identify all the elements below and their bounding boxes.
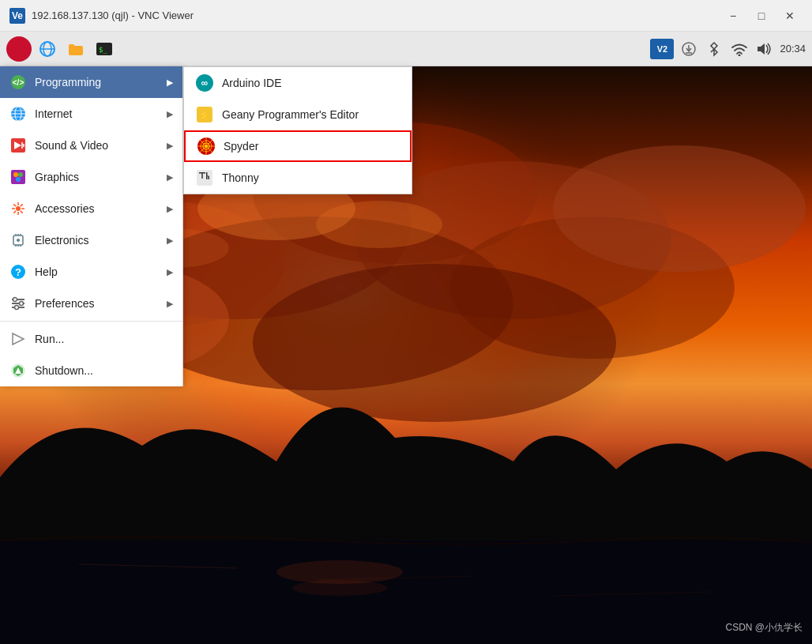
svg-point-62 (15, 306, 19, 310)
svg-point-21 (253, 264, 616, 422)
menu-item-run[interactable]: Run... (0, 323, 182, 355)
menu-label-preferences: Preferences (35, 297, 94, 310)
clock: 20:34 (780, 43, 806, 55)
menu-arrow-preferences: ▶ (167, 299, 173, 309)
shutdown-icon (9, 362, 27, 379)
menu-item-graphics[interactable]: Graphics ▶ (0, 161, 182, 193)
folder-taskbar-icon[interactable] (63, 36, 88, 62)
svg-text:?: ? (15, 266, 21, 278)
svg-point-43 (13, 172, 18, 177)
programming-submenu: ∞ Arduino IDE ⚡ Geany Programmer's Edito… (183, 66, 412, 194)
run-icon (9, 330, 27, 348)
download-tray-icon[interactable] (679, 39, 699, 59)
submenu-label-spyder: Spyder (224, 140, 258, 153)
svg-point-23 (316, 201, 442, 248)
submenu-item-geany[interactable]: ⚡ Geany Programmer's Editor (184, 99, 412, 130)
sound-video-icon (9, 137, 27, 154)
internet-icon (9, 105, 27, 122)
submenu-label-geany: Geany Programmer's Editor (222, 108, 359, 121)
menu-arrow-electronics: ▶ (167, 235, 173, 246)
menu-item-preferences[interactable]: Preferences ▶ (0, 288, 182, 319)
menu-item-internet[interactable]: Internet ▶ (0, 98, 182, 130)
menu-item-shutdown[interactable]: Shutdown... (0, 355, 182, 386)
svg-point-9 (739, 54, 741, 56)
svg-rect-79 (201, 172, 203, 179)
submenu-label-arduino: Arduino IDE (222, 77, 281, 89)
help-icon: ? (9, 263, 27, 281)
volume-tray-icon[interactable] (754, 39, 775, 59)
menu-arrow-programming: ▶ (167, 77, 173, 88)
taskbar-right: V2 (650, 39, 806, 59)
menu-label-electronics: Electronics (35, 234, 88, 247)
geany-icon: ⚡ (195, 105, 214, 124)
menu-label-internet: Internet (35, 107, 72, 120)
menu-label-help: Help (35, 266, 58, 278)
menu-item-programming[interactable]: </> Programming ▶ (0, 66, 182, 98)
svg-point-30 (292, 580, 387, 596)
menu-item-help[interactable]: ? Help ▶ (0, 256, 182, 288)
svg-point-45 (16, 177, 21, 182)
titlebar: Ve 192.168.137.130 (qjl) - VNC Viewer − … (0, 0, 812, 32)
menu-item-electronics[interactable]: Electronics ▶ (0, 224, 182, 256)
window-controls: − □ ✕ (720, 5, 803, 27)
wifi-tray-icon[interactable] (729, 39, 750, 59)
svg-text:$_: $_ (99, 46, 107, 54)
submenu-item-arduino[interactable]: ∞ Arduino IDE (184, 67, 412, 99)
svg-text:</>: </> (13, 78, 24, 87)
left-menu: </> Programming ▶ Internet ▶ (0, 66, 183, 386)
preferences-icon (9, 295, 27, 312)
graphics-icon (9, 168, 27, 186)
svg-marker-10 (757, 43, 765, 55)
submenu-item-thonny[interactable]: Thonny (184, 162, 412, 194)
maximize-button[interactable]: □ (749, 5, 774, 27)
menu-arrow-graphics: ▶ (167, 172, 173, 183)
thonny-icon (195, 168, 214, 187)
raspi-menu-button[interactable] (6, 36, 32, 62)
menu-label-graphics: Graphics (35, 171, 79, 183)
globe-taskbar-icon[interactable] (35, 36, 60, 62)
svg-point-76 (205, 145, 208, 148)
svg-point-44 (18, 172, 23, 177)
menu-item-accessories[interactable]: Accessories ▶ (0, 193, 182, 224)
menu-label-run: Run... (35, 333, 64, 345)
menu-item-sound-video[interactable]: Sound & Video ▶ (0, 130, 182, 161)
svg-point-46 (16, 206, 21, 211)
svg-text:⚡: ⚡ (198, 108, 212, 122)
submenu-label-thonny: Thonny (222, 171, 259, 184)
svg-text:∞: ∞ (201, 77, 209, 89)
terminal-taskbar-icon[interactable]: $_ (92, 36, 117, 62)
menu-arrow-sound-video: ▶ (167, 141, 173, 151)
menu-label-sound-video: Sound & Video (35, 139, 108, 152)
arduino-icon: ∞ (195, 73, 214, 92)
svg-point-60 (13, 298, 17, 302)
submenu-item-spyder[interactable]: Spyder (184, 130, 412, 162)
menu-arrow-help: ▶ (167, 267, 173, 277)
svg-point-20 (553, 145, 806, 272)
spyder-icon (197, 137, 216, 156)
bluetooth-tray-icon[interactable] (704, 39, 724, 59)
menu-label-accessories: Accessories (35, 202, 94, 215)
close-button[interactable]: ✕ (777, 5, 803, 27)
menu-separator-1 (0, 321, 182, 322)
menu-label-shutdown: Shutdown... (35, 364, 93, 377)
svg-point-61 (20, 302, 24, 306)
programming-icon: </> (9, 73, 27, 91)
electronics-icon (9, 232, 27, 249)
menu-label-programming: Programming (35, 76, 101, 89)
menu-arrow-internet: ▶ (167, 109, 173, 119)
vnc-taskbar: $_ V2 (0, 32, 812, 66)
vnc-indicator: V2 (650, 39, 674, 59)
accessories-icon (9, 200, 27, 217)
watermark: CSDN @小仇学长 (725, 621, 803, 635)
svg-point-54 (17, 239, 20, 242)
app-icon: Ve (9, 8, 25, 24)
svg-point-0 (12, 42, 26, 56)
window-title: 192.168.137.130 (qjl) - VNC Viewer (32, 9, 720, 21)
minimize-button[interactable]: − (720, 5, 746, 27)
menu-arrow-accessories: ▶ (167, 204, 173, 214)
